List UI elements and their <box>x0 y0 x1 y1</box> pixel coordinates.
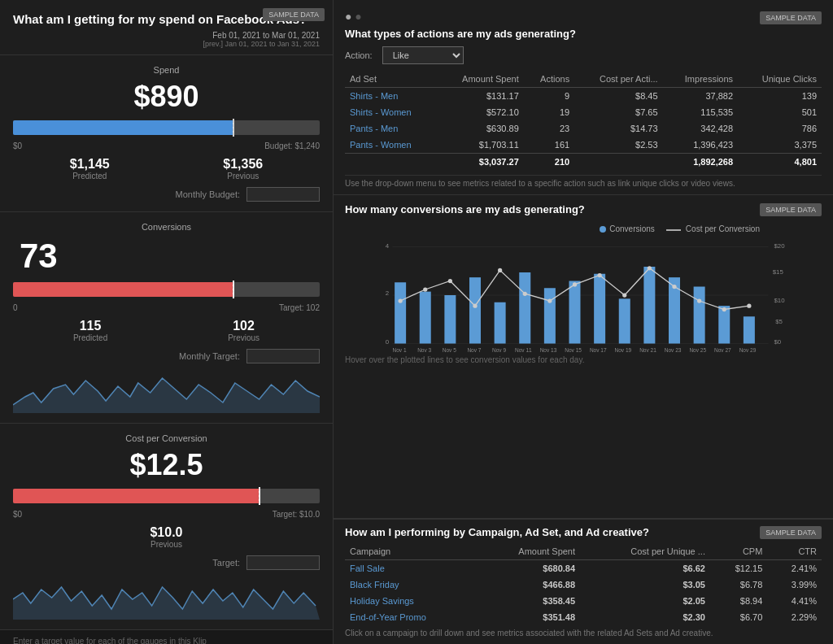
bar-4 <box>495 302 506 344</box>
svg-text:Nov 7: Nov 7 <box>467 347 481 352</box>
legend-cost-line <box>666 229 681 231</box>
svg-text:$10: $10 <box>774 297 786 304</box>
bar-3 <box>469 277 481 343</box>
adset-amount-cell: $630.89 <box>438 120 524 137</box>
totals-label <box>345 154 438 171</box>
cost-previous-value: $10.0 <box>150 525 182 540</box>
cost-previous: $10.0 Previous <box>150 525 182 549</box>
spend-monthly-input[interactable] <box>246 187 320 202</box>
page-dot-1: ● <box>345 10 351 23</box>
cost-target-input-label: Target: <box>212 558 240 568</box>
cost-dot-2 <box>448 279 452 283</box>
date-range: Feb 01, 2021 to Mar 01, 2021 <box>13 31 320 40</box>
conversions-predicted-label: Predicted <box>73 333 107 342</box>
sample-data-button-actions[interactable]: SAMPLE DATA <box>760 11 822 24</box>
adset-cost-cell: $8.45 <box>574 88 662 105</box>
sample-data-button-perf[interactable]: SAMPLE DATA <box>760 526 822 539</box>
conversions-gauge-labels: 0 Target: 102 <box>13 303 320 312</box>
svg-text:Nov 23: Nov 23 <box>665 347 682 352</box>
conversions-monthly-label: Monthly Target: <box>179 351 240 361</box>
conversions-gauge-bar <box>13 282 320 297</box>
svg-text:Nov 27: Nov 27 <box>714 347 731 352</box>
cost-gauge-labels: $0 Target: $10.0 <box>13 510 320 519</box>
perf-header-row: Campaign Amount Spent Cost per Unique ..… <box>345 543 822 560</box>
spend-predicted: $1,145 Predicted <box>70 157 110 181</box>
legend-conversions-label: Conversions <box>609 224 655 233</box>
action-label: Action: <box>345 50 373 60</box>
adset-actions-cell: 9 <box>524 88 574 105</box>
bar-1 <box>420 292 431 344</box>
perf-table-row: Holiday Savings $358.45 $2.05 $8.94 4.41… <box>345 593 822 609</box>
campaign-cost-unique-cell: $2.05 <box>580 593 710 609</box>
cost-bar-fill <box>13 489 259 503</box>
adset-name-cell[interactable]: Shirts - Women <box>345 104 438 120</box>
conversions-zero-label: 0 <box>13 303 18 312</box>
sample-data-button-spend[interactable]: SAMPLE DATA <box>263 8 325 21</box>
spend-bar-fill <box>13 120 233 135</box>
chart-legend: Conversions Cost per Conversion <box>600 224 760 233</box>
campaign-amount-cell: $680.84 <box>478 560 580 577</box>
adset-name-cell[interactable]: Shirts - Men <box>345 88 438 105</box>
cost-dot-9 <box>622 293 626 297</box>
conversions-bar-fill <box>13 282 233 297</box>
left-panel: What am I getting for my spend on Facebo… <box>0 0 334 644</box>
cost-target-input[interactable] <box>246 555 320 570</box>
cost-dashed-line <box>259 489 259 503</box>
cost-value: $12.5 <box>13 448 320 482</box>
cost-dot-1 <box>423 287 427 291</box>
bar-2 <box>444 295 456 344</box>
cost-dot-13 <box>722 307 726 311</box>
svg-text:Nov 15: Nov 15 <box>565 347 582 352</box>
cost-gauge-bar <box>13 489 320 503</box>
bar-6 <box>544 288 556 343</box>
svg-text:Nov 11: Nov 11 <box>515 347 532 352</box>
campaign-name-cell[interactable]: Holiday Savings <box>345 593 478 609</box>
conversions-dashed-line <box>233 282 233 297</box>
page-dots: ● ● <box>345 8 576 24</box>
spend-monthly-label: Monthly Budget: <box>176 189 241 199</box>
spend-monthly-row: Monthly Budget: <box>13 187 320 202</box>
svg-text:Nov 3: Nov 3 <box>417 347 431 352</box>
col-amount: Amount Spent <box>438 71 524 88</box>
conversions-monthly-input[interactable] <box>246 349 320 363</box>
campaign-amount-cell: $358.45 <box>478 593 580 609</box>
cost-dot-10 <box>648 266 652 270</box>
sample-data-button-chart[interactable]: SAMPLE DATA <box>760 203 822 216</box>
dashboard: What am I getting for my spend on Facebo… <box>0 0 833 644</box>
adset-impressions-cell: 37,882 <box>663 88 739 105</box>
spend-dashed-line <box>233 120 233 135</box>
campaign-name-cell[interactable]: Black Friday <box>345 577 478 593</box>
campaign-name-cell[interactable]: End-of-Year Promo <box>345 609 478 625</box>
actions-table-header: Ad Set Amount Spent Actions Cost per Act… <box>345 71 822 88</box>
action-filter-row: Action: Like <box>345 46 822 64</box>
cost-target-label: Target: $10.0 <box>273 510 320 519</box>
svg-text:$5: $5 <box>775 318 783 325</box>
adset-actions-cell: 19 <box>524 104 574 120</box>
chart-section: How many conversions are my ads generati… <box>334 195 833 519</box>
conversions-predicted-value: 115 <box>73 319 107 333</box>
cost-per-conversion-section: Cost per Conversion $12.5 $0 Target: $10… <box>0 424 333 630</box>
adset-amount-cell: $572.10 <box>438 104 524 120</box>
adset-clicks-cell: 3,375 <box>738 137 822 154</box>
actions-table-row: Shirts - Men $131.17 9 $8.45 37,882 139 <box>345 88 822 105</box>
perf-col-cost-unique: Cost per Unique ... <box>580 543 710 560</box>
svg-text:Nov 29: Nov 29 <box>739 347 757 352</box>
spend-stats-row: $1,145 Predicted $1,356 Previous <box>13 157 320 181</box>
adset-name-cell[interactable]: Pants - Women <box>345 137 438 154</box>
col-cost: Cost per Acti... <box>574 71 662 88</box>
actions-note: Use the drop-down menu to see metrics re… <box>345 175 822 188</box>
spend-budget-label: Budget: $1,240 <box>264 141 320 150</box>
conversions-target-label: Target: 102 <box>279 303 320 312</box>
adset-amount-cell: $1,703.11 <box>438 137 524 154</box>
campaign-cost-unique-cell: $6.62 <box>580 560 710 577</box>
svg-marker-1 <box>13 587 320 620</box>
action-select[interactable]: Like <box>382 46 464 64</box>
cost-previous-label: Previous <box>150 540 182 549</box>
col-clicks: Unique Clicks <box>738 71 822 88</box>
svg-marker-0 <box>13 378 320 413</box>
adset-name-cell[interactable]: Pants - Men <box>345 120 438 137</box>
legend-cost-label: Cost per Conversion <box>686 224 760 233</box>
spend-gauge-bar <box>13 120 320 135</box>
campaign-name-cell[interactable]: Fall Sale <box>345 560 478 577</box>
spend-previous-label: Previous <box>223 172 263 181</box>
